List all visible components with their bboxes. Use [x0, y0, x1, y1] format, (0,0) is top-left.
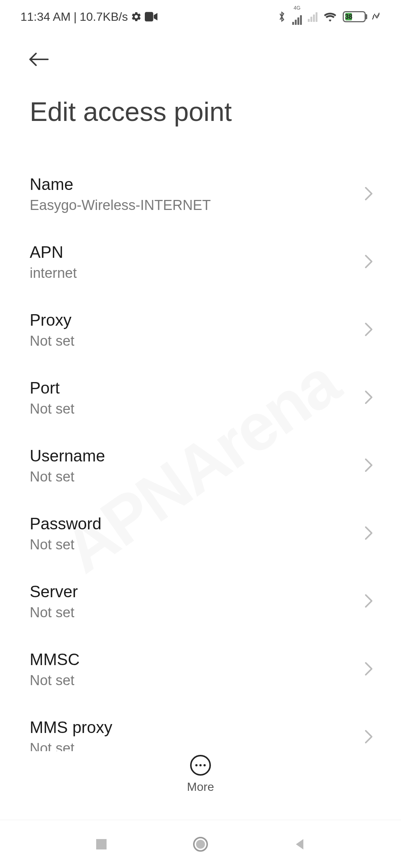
chevron-right-icon [364, 186, 373, 203]
status-bar-right: 4G 38 🗲 [277, 9, 381, 25]
setting-value: Not set [30, 469, 105, 485]
page-title: Edit access point [28, 96, 373, 127]
setting-label: Proxy [30, 311, 74, 329]
video-icon [145, 12, 157, 22]
more-icon [190, 755, 211, 776]
signal-icon-sim2 [308, 11, 317, 22]
setting-item-mmsc[interactable]: MMSC Not set [0, 635, 401, 703]
chevron-right-icon [364, 729, 373, 746]
status-bar: 11:34 AM | 10.7KB/s 4G [0, 0, 401, 33]
setting-label: MMSC [30, 650, 79, 669]
setting-item-username[interactable]: Username Not set [0, 432, 401, 500]
setting-item-name[interactable]: Name Easygo-Wireless-INTERNET [0, 160, 401, 228]
status-bar-left: 11:34 AM | 10.7KB/s [20, 10, 157, 24]
setting-label: Username [30, 447, 105, 465]
setting-label: MMS proxy [30, 718, 112, 737]
setting-value: Not set [30, 673, 79, 688]
setting-item-server[interactable]: Server Not set [0, 568, 401, 635]
svg-rect-2 [96, 839, 107, 849]
setting-value: Easygo-Wireless-INTERNET [30, 197, 211, 213]
svg-rect-0 [145, 12, 153, 22]
more-button[interactable]: More [0, 751, 401, 805]
battery-icon: 38 [343, 11, 366, 22]
nav-back-button[interactable] [288, 833, 311, 855]
setting-label: Server [30, 582, 78, 601]
back-button[interactable] [28, 48, 50, 70]
setting-item-proxy[interactable]: Proxy Not set [0, 296, 401, 364]
signal-icon-sim1 [292, 14, 302, 25]
setting-label: Name [30, 175, 211, 194]
chevron-right-icon [364, 661, 373, 678]
network-type-label: 4G [292, 9, 302, 25]
status-time: 11:34 AM [20, 10, 71, 24]
setting-value: internet [30, 265, 77, 281]
chevron-right-icon [364, 322, 373, 338]
settings-list: APNArena Name Easygo-Wireless-INTERNET A… [0, 160, 401, 768]
nav-recents-button[interactable] [90, 833, 113, 855]
setting-label: Password [30, 514, 101, 533]
wifi-icon [323, 11, 337, 22]
setting-value: Not set [30, 333, 74, 349]
more-label: More [187, 780, 214, 794]
chevron-right-icon [364, 254, 373, 270]
chevron-right-icon [364, 458, 373, 474]
svg-point-4 [196, 840, 205, 849]
navigation-bar [0, 820, 401, 868]
header: Edit access point [0, 33, 401, 127]
status-data-rate: 10.7KB/s [80, 10, 128, 24]
setting-item-password[interactable]: Password Not set [0, 500, 401, 568]
chevron-right-icon [364, 390, 373, 406]
status-separator: | [74, 10, 76, 24]
chevron-right-icon [364, 594, 373, 610]
setting-item-port[interactable]: Port Not set [0, 364, 401, 432]
setting-label: APN [30, 243, 77, 262]
setting-label: Port [30, 379, 74, 397]
setting-value: Not set [30, 605, 78, 621]
charging-icon: 🗲 [372, 11, 381, 22]
setting-value: Not set [30, 537, 101, 553]
setting-value: Not set [30, 401, 74, 417]
bluetooth-icon [277, 11, 286, 23]
nav-home-button[interactable] [189, 833, 212, 855]
gear-icon [131, 11, 142, 22]
setting-item-apn[interactable]: APN internet [0, 228, 401, 296]
chevron-right-icon [364, 526, 373, 542]
